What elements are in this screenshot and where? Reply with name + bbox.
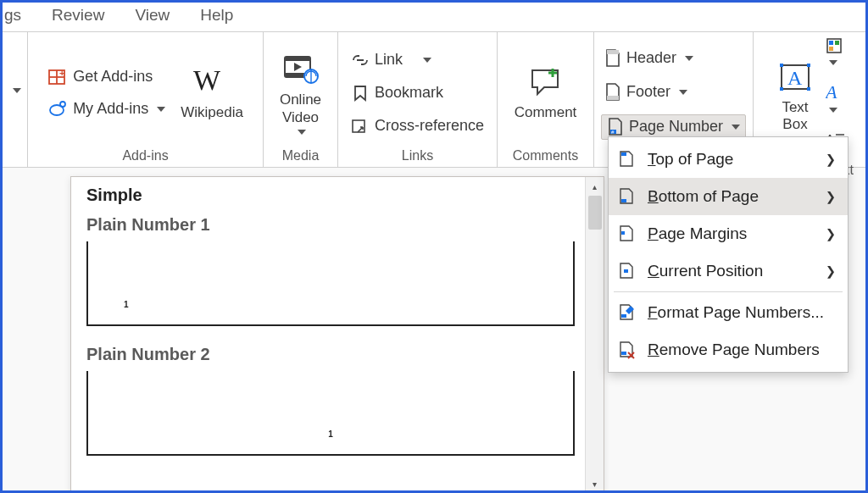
ribbon-tabs: gs Review View Help [3, 3, 865, 32]
text-box-label: Text Box [782, 99, 808, 134]
svg-rect-40 [621, 352, 626, 355]
online-video-label: Online Video [280, 91, 321, 126]
page-bottom-icon [619, 187, 637, 206]
gallery-item-plain2[interactable]: 1 [86, 371, 575, 456]
page-number-button[interactable]: # Page Number [601, 114, 746, 140]
svg-rect-8 [285, 57, 310, 61]
svg-rect-36 [621, 199, 626, 202]
comment-icon [527, 64, 565, 101]
online-video-icon [281, 51, 319, 88]
svg-rect-38 [624, 269, 628, 273]
svg-rect-24 [807, 87, 810, 91]
page-number-gallery: Simple Plain Number 1 1 Plain Number 2 1… [70, 176, 604, 493]
page-top-icon [619, 150, 637, 169]
menu-item-label: Page Margins [648, 224, 815, 243]
wikipedia-button[interactable]: W Wikipedia [177, 62, 247, 123]
group-links: Link Bookmark Cross-reference Links [338, 32, 498, 167]
remove-page-numbers-icon [619, 341, 637, 359]
tab-review[interactable]: Review [52, 6, 104, 31]
menu-item-label: Remove Page Numbers [648, 341, 836, 359]
svg-rect-35 [621, 152, 626, 156]
menu-top-of-page[interactable]: Top of Page ❯ [609, 141, 848, 178]
wordart-icon[interactable]: A [826, 83, 846, 117]
svg-rect-16 [607, 50, 619, 54]
page-number-menu: Top of Page ❯ Bottom of Page ❯ Page Marg… [608, 136, 849, 373]
menu-separator [614, 291, 843, 292]
svg-rect-37 [621, 231, 625, 235]
svg-rect-39 [621, 314, 626, 318]
menu-remove-page-numbers[interactable]: Remove Page Numbers [609, 331, 848, 368]
tab-view[interactable]: View [135, 6, 170, 31]
chevron-down-icon[interactable] [9, 83, 21, 98]
menu-page-margins[interactable]: Page Margins ❯ [609, 215, 848, 252]
group-edge [3, 32, 28, 167]
tab-help[interactable]: Help [200, 6, 233, 31]
link-button[interactable]: Link [348, 49, 487, 70]
submenu-arrow-icon: ❯ [826, 186, 836, 207]
comment-button[interactable]: Comment [511, 62, 581, 123]
menu-item-label: Bottom of Page [648, 187, 815, 206]
group-label-addins: Add-ins [35, 148, 256, 167]
gallery-item-plain2-label: Plain Number 2 [86, 345, 604, 364]
menu-item-label: Top of Page [648, 150, 815, 169]
footer-icon [604, 82, 621, 102]
cross-reference-button[interactable]: Cross-reference [348, 115, 487, 136]
svg-text:A: A [787, 67, 803, 89]
gallery-scrollbar[interactable]: ▴ ▾ [585, 177, 604, 493]
svg-rect-23 [780, 87, 783, 91]
page-current-icon [619, 262, 637, 280]
group-addins: + Get Add-ins My Add-ins W Wikipedia [28, 32, 264, 167]
svg-marker-10 [294, 63, 302, 71]
chevron-down-icon [420, 51, 431, 69]
svg-rect-17 [607, 96, 619, 100]
get-addins-label: Get Add-ins [73, 68, 153, 86]
quick-parts-icon[interactable] [826, 37, 846, 69]
text-box-icon: A [776, 58, 814, 96]
page-number-label: Page Number [629, 118, 723, 136]
group-media: Online Video Media [264, 32, 338, 167]
page-number-icon: # [607, 117, 624, 137]
menu-bottom-of-page[interactable]: Bottom of Page ❯ [609, 178, 848, 215]
footer-button[interactable]: Footer [601, 80, 746, 104]
header-button[interactable]: Header [601, 47, 746, 70]
bookmark-button[interactable]: Bookmark [348, 82, 487, 103]
wikipedia-icon: W [193, 64, 231, 101]
cross-reference-label: Cross-reference [375, 117, 484, 135]
menu-item-label: Format Page Numbers... [648, 303, 836, 322]
svg-text:W: W [193, 68, 221, 96]
text-box-button[interactable]: A Text Box [773, 57, 817, 144]
gallery-item-plain1[interactable]: 1 [86, 241, 575, 326]
comment-label: Comment [515, 104, 577, 121]
menu-item-label: Current Position [648, 262, 815, 280]
header-label: Header [626, 49, 676, 67]
page-margins-icon [619, 224, 637, 243]
submenu-arrow-icon: ❯ [826, 149, 836, 169]
my-addins-button[interactable]: My Add-ins [44, 97, 169, 121]
submenu-arrow-icon: ❯ [826, 224, 836, 244]
group-label-links: Links [345, 148, 490, 167]
menu-current-position[interactable]: Current Position ❯ [609, 252, 848, 290]
submenu-arrow-icon: ❯ [826, 261, 836, 281]
link-label: Link [375, 51, 403, 69]
format-page-numbers-icon [619, 303, 637, 322]
group-label-media: Media [270, 148, 331, 167]
gallery-heading: Simple [86, 186, 604, 205]
svg-text:A: A [826, 83, 837, 102]
addins-icon [47, 99, 68, 119]
get-addins-button[interactable]: + Get Add-ins [44, 65, 169, 89]
svg-point-5 [60, 102, 65, 107]
scroll-up-icon[interactable]: ▴ [586, 177, 604, 196]
link-icon [351, 53, 370, 68]
scroll-down-icon[interactable]: ▾ [586, 474, 604, 493]
header-icon [604, 48, 621, 69]
scroll-thumb[interactable] [588, 196, 602, 230]
bookmark-icon [351, 85, 370, 102]
svg-rect-22 [807, 64, 810, 67]
online-video-button[interactable]: Online Video [276, 49, 325, 136]
svg-rect-29 [829, 47, 833, 51]
group-comments: Comment Comments [498, 32, 594, 167]
my-addins-label: My Add-ins [73, 100, 148, 118]
store-icon: + [47, 67, 68, 87]
tab-truncated[interactable]: gs [4, 6, 21, 31]
menu-format-page-numbers[interactable]: Format Page Numbers... [609, 294, 848, 331]
